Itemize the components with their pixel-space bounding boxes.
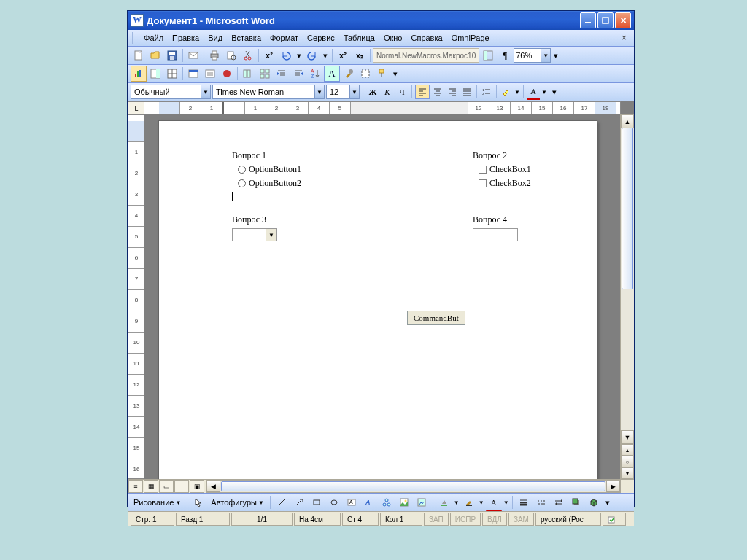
scroll-down-button[interactable]: ▼ xyxy=(621,430,634,444)
oval-icon[interactable] xyxy=(326,494,342,510)
prev-page-button[interactable]: ▴ xyxy=(621,444,634,456)
print-view-button[interactable]: ▭ xyxy=(159,480,174,493)
task-pane-icon[interactable] xyxy=(147,66,163,82)
print-preview-icon[interactable] xyxy=(223,47,239,63)
fontcolor2-dd[interactable]: ▼ xyxy=(503,499,509,506)
status-trk[interactable]: ИСПР xyxy=(450,513,481,526)
font-color-button[interactable]: A xyxy=(527,85,540,100)
next-page-button[interactable]: ▾ xyxy=(621,467,634,479)
menu-edit[interactable]: Правка xyxy=(168,32,204,44)
picture-icon[interactable] xyxy=(414,494,430,510)
zoom-input[interactable] xyxy=(514,51,541,60)
columns-icon[interactable] xyxy=(240,66,256,82)
menu-format[interactable]: Формат xyxy=(266,32,303,44)
save-icon[interactable] xyxy=(164,47,180,63)
checkbox2[interactable]: CheckBox2 xyxy=(479,178,531,189)
menu-omnipage[interactable]: OmniPage xyxy=(447,32,494,44)
dropdown-icon[interactable]: ▼ xyxy=(266,229,276,241)
window-icon[interactable] xyxy=(185,66,201,82)
menu-help[interactable]: Справка xyxy=(406,32,446,44)
dash-style-icon[interactable] xyxy=(533,494,549,510)
diagram-icon[interactable] xyxy=(379,494,395,510)
3d-icon[interactable] xyxy=(586,494,602,510)
align-right-button[interactable] xyxy=(446,85,459,98)
hscroll-thumb[interactable] xyxy=(221,481,605,491)
font-combo[interactable]: Times New Roman ▼ xyxy=(212,85,325,99)
minimize-button[interactable] xyxy=(580,12,596,28)
menu-file[interactable]: ФФайлайл xyxy=(139,32,168,44)
web-view-button[interactable]: ▦ xyxy=(144,480,158,493)
highlight-button[interactable] xyxy=(500,85,513,98)
scroll-right-button[interactable]: ▶ xyxy=(606,481,620,492)
tab-selector[interactable]: L xyxy=(128,101,145,116)
justify-button[interactable] xyxy=(460,85,473,98)
titlebar[interactable]: Документ1 - Microsoft Word ✕ xyxy=(128,11,634,30)
close-doc-button[interactable]: × xyxy=(619,33,630,43)
rectangle-icon[interactable] xyxy=(309,494,325,510)
scroll-up-button[interactable]: ▲ xyxy=(621,114,634,128)
checkbox1[interactable]: CheckBox1 xyxy=(479,164,531,175)
document-page[interactable]: Вопрос 1 OptionButton1 OptionButton2 Воп… xyxy=(158,120,597,479)
indent-left-icon[interactable] xyxy=(290,66,306,82)
status-rec[interactable]: ЗАП xyxy=(424,513,449,526)
undo-icon[interactable] xyxy=(278,47,294,63)
menu-window[interactable]: Окно xyxy=(379,32,407,44)
status-spellcheck-icon[interactable] xyxy=(603,513,626,526)
browse-object-button[interactable]: ○ xyxy=(621,456,634,467)
status-ovr[interactable]: ЗАМ xyxy=(508,513,534,526)
paint-icon[interactable] xyxy=(374,66,390,82)
cut-icon[interactable] xyxy=(240,47,256,63)
fill-color-icon[interactable] xyxy=(436,494,452,510)
indent-right-icon[interactable] xyxy=(274,66,290,82)
redo-dropdown[interactable]: ▾ xyxy=(321,47,330,63)
horizontal-scrollbar[interactable]: ◀ ▶ xyxy=(206,480,621,493)
email-icon[interactable] xyxy=(185,47,201,63)
wordart-icon[interactable]: A xyxy=(361,494,377,510)
font-dropdown-icon[interactable]: ▼ xyxy=(314,85,324,98)
numbering-button[interactable]: 12 xyxy=(480,85,493,98)
pointer-icon[interactable] xyxy=(190,494,206,510)
linecolor-dd[interactable]: ▼ xyxy=(479,499,484,506)
record-icon[interactable] xyxy=(219,66,235,82)
line-style-icon[interactable] xyxy=(516,494,532,510)
close-button[interactable]: ✕ xyxy=(615,12,631,28)
outline-view-button[interactable]: ⋮ xyxy=(174,480,189,493)
menu-tools[interactable]: Сервис xyxy=(303,32,339,44)
shadow-icon[interactable] xyxy=(568,494,584,510)
drawing-menu[interactable]: Рисование▼ xyxy=(131,497,184,508)
clipart-icon[interactable] xyxy=(396,494,412,510)
vscroll-thumb[interactable] xyxy=(622,128,633,289)
optionbutton2[interactable]: OptionButton2 xyxy=(238,178,301,189)
subscript2-icon[interactable]: x² xyxy=(335,47,351,63)
redo-icon[interactable] xyxy=(304,47,320,63)
chart-icon[interactable] xyxy=(131,66,147,82)
arrow-style-icon[interactable] xyxy=(551,494,567,510)
vertical-scrollbar[interactable]: ▲ ▼ ▴ ○ ▾ xyxy=(620,114,634,479)
menu-table[interactable]: Таблица xyxy=(339,32,379,44)
tools-icon[interactable] xyxy=(341,66,357,82)
style-dropdown-icon[interactable]: ▼ xyxy=(201,85,210,98)
font-color-draw-icon[interactable]: A xyxy=(486,494,502,511)
doc-map-icon[interactable] xyxy=(480,47,496,63)
subscript-icon[interactable]: x₂ xyxy=(352,47,368,63)
menu-view[interactable]: Вид xyxy=(204,32,227,44)
style-combo[interactable]: Обычный ▼ xyxy=(131,85,211,99)
optionbutton1[interactable]: OptionButton1 xyxy=(238,164,301,175)
table-icon[interactable] xyxy=(164,66,180,82)
toolbar2-options-icon[interactable]: ▾ xyxy=(391,66,400,82)
border-icon[interactable] xyxy=(357,66,374,82)
line-icon[interactable] xyxy=(274,494,290,510)
format-options-icon[interactable]: ▾ xyxy=(550,84,559,100)
draw-options-icon[interactable]: ▾ xyxy=(603,494,612,510)
maximize-button[interactable] xyxy=(597,12,614,28)
textbox1[interactable] xyxy=(473,228,518,241)
document-viewport[interactable]: Вопрос 1 OptionButton1 OptionButton2 Воп… xyxy=(144,114,621,479)
fill-dd[interactable]: ▼ xyxy=(454,499,460,506)
macro-name[interactable]: Normal.NewMacros.Макрос10 xyxy=(373,48,479,63)
fontsize-dropdown-icon[interactable]: ▼ xyxy=(349,85,359,98)
menu-insert[interactable]: Вставка xyxy=(227,32,266,44)
horizontal-ruler[interactable]: 21 12345 12131415161718 xyxy=(144,101,621,116)
new-doc-icon[interactable] xyxy=(131,47,147,63)
undo-dropdown[interactable]: ▾ xyxy=(295,47,303,63)
grid-icon[interactable] xyxy=(257,66,273,82)
